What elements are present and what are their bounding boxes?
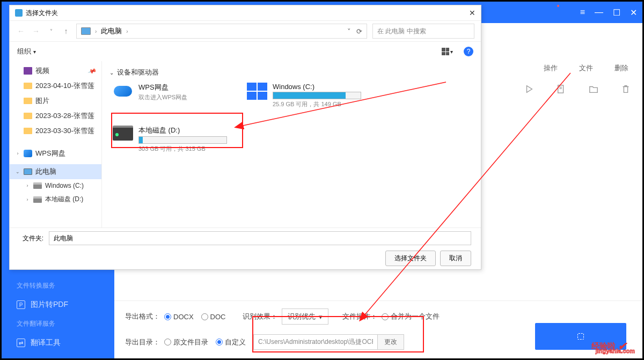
view-button[interactable]: ▾ <box>442 48 453 55</box>
tree-label: 本地磁盘 (D:) <box>45 195 83 204</box>
radio-doc-label: DOC <box>210 313 226 321</box>
menu-icon[interactable]: ≡ <box>580 8 585 17</box>
toolbar: 组织 ▾ ▾ ? <box>10 42 481 61</box>
tree-label: 2023-03-30-张雪莲 <box>35 126 94 136</box>
tree-label: 此电脑 <box>35 167 56 177</box>
drive-sub: 303 GB 可用，共 315 GB <box>138 145 227 153</box>
chevron-down-icon: ▾ <box>319 313 323 321</box>
dialog-close-icon[interactable]: ✕ <box>469 9 475 17</box>
nav-forward-icon[interactable]: → <box>31 27 41 35</box>
export-format-label: 导出格式： <box>125 312 160 321</box>
radio-merge-label: 合并为一个文件 <box>391 312 440 321</box>
folder-field-label: 文件夹: <box>19 234 43 243</box>
app-icon <box>15 9 23 17</box>
export-dir-label: 导出目录： <box>125 337 160 347</box>
chevron-down-icon: ⌄ <box>109 70 114 76</box>
recognition-dropdown[interactable]: 识别优先 ▾ <box>282 308 328 325</box>
expand-icon[interactable]: › <box>15 151 20 156</box>
watermark: 经验啦 ✔ jingyanla.com <box>591 338 635 354</box>
wps-icon <box>24 150 32 157</box>
tree-item-cdrive[interactable]: ›Windows (C:) <box>10 179 101 192</box>
drive-c-usage-bar <box>273 92 361 99</box>
nav-up-icon[interactable]: ↑ <box>61 27 71 35</box>
refresh-icon[interactable]: ⟳ <box>356 27 362 35</box>
recognition-label: 识别效果： <box>243 312 277 321</box>
drive-name: Windows (C:) <box>273 83 361 91</box>
sidebar-section-translate: 文件翻译服务 <box>2 315 114 333</box>
tree-item-wps[interactable]: ›WPS网盘 <box>10 146 101 161</box>
tree-item-pictures[interactable]: 图片 <box>10 93 101 108</box>
radio-docx[interactable]: DOCX <box>164 313 194 321</box>
select-folder-button[interactable]: 选择文件夹 <box>385 251 436 266</box>
tree-item-folder3[interactable]: 2023-03-30-张雪莲 <box>10 123 101 138</box>
change-button[interactable]: 更改 <box>377 335 404 349</box>
dropdown-value: 识别优先 <box>288 312 316 321</box>
expand-icon[interactable]: › <box>25 197 30 202</box>
video-icon <box>24 67 32 75</box>
drive-d-usage-bar <box>138 136 227 144</box>
dialog-footer: 文件夹: 选择文件夹 取消 <box>10 227 481 269</box>
disk-icon <box>33 182 42 189</box>
col-op: 操作 <box>544 63 558 73</box>
organize-button[interactable]: 组织 ▾ <box>17 47 36 56</box>
section-devices[interactable]: ⌄ 设备和驱动器 <box>109 65 473 79</box>
nav-tree: 视频📌 2023-04-10-张雪莲 图片 2023-03-28-张雪莲 202… <box>10 61 102 227</box>
column-headers: 操作 文件 删除 <box>544 63 628 73</box>
sidebar-item-label: 图片转PDF <box>31 300 68 310</box>
cancel-button[interactable]: 取消 <box>440 251 471 266</box>
tree-item-folder2[interactable]: 2023-03-28-张雪莲 <box>10 108 101 123</box>
scan-icon <box>577 333 584 340</box>
play-icon[interactable] <box>524 84 534 94</box>
minimize-icon[interactable]: — <box>595 8 603 17</box>
notification-dot <box>557 5 559 7</box>
drive-wps[interactable]: WPS网盘 双击进入WPS网盘 <box>109 79 233 112</box>
crumb-thispc[interactable]: 此电脑 <box>101 26 122 36</box>
drive-c[interactable]: Windows (C:) 25.9 GB 可用，共 149 GB <box>244 79 367 112</box>
file-icon[interactable] <box>557 84 566 94</box>
nav-back-icon[interactable]: ← <box>16 27 26 35</box>
tree-item-folder1[interactable]: 2023-04-10-张雪莲 <box>10 78 101 93</box>
disk-icon <box>33 196 42 203</box>
wps-cloud-icon <box>113 83 133 100</box>
nav-recent-icon[interactable]: ˅ <box>46 28 56 34</box>
folder-icon <box>24 128 32 134</box>
radio-merge[interactable]: 合并为一个文件 <box>382 312 440 321</box>
breadcrumb[interactable]: › 此电脑 › ˅ ⟳ <box>76 24 367 39</box>
radio-custom-label: 自定义 <box>225 337 246 347</box>
chevron-down-icon[interactable]: ˅ <box>347 27 351 35</box>
radio-origdir[interactable]: 原文件目录 <box>164 337 208 347</box>
close-icon[interactable]: ✕ <box>630 8 637 18</box>
radio-doc[interactable]: DOC <box>201 313 226 321</box>
drive-d[interactable]: 本地磁盘 (D:) 303 GB 可用，共 315 GB <box>109 122 233 156</box>
trash-icon[interactable] <box>621 84 631 94</box>
radio-custom[interactable]: 自定义 <box>216 337 246 347</box>
translate-icon: ⇄ <box>17 339 25 347</box>
folder-icon[interactable] <box>589 84 598 94</box>
watermark-text2: jingyanla.com <box>596 348 635 354</box>
collapse-icon[interactable]: ⌄ <box>15 169 20 174</box>
tree-label: 图片 <box>35 96 49 106</box>
windows-icon <box>247 83 267 100</box>
maximize-icon[interactable]: ☐ <box>613 8 620 18</box>
help-icon[interactable]: ? <box>464 47 473 56</box>
col-file: 文件 <box>579 63 593 73</box>
tree-label: 视频 <box>35 66 49 76</box>
drive-name: 本地磁盘 (D:) <box>138 126 227 135</box>
tree-item-thispc[interactable]: ⌄此电脑 <box>10 164 101 179</box>
tree-item-ddrive[interactable]: ›本地磁盘 (D:) <box>10 192 101 207</box>
tree-item-video[interactable]: 视频📌 <box>10 63 101 78</box>
sidebar-section-convert: 文件转换服务 <box>2 277 114 295</box>
path-input[interactable] <box>254 335 377 349</box>
expand-icon[interactable]: › <box>25 183 30 188</box>
sidebar-item-img2pdf[interactable]: P 图片转PDF <box>2 295 114 315</box>
nav-bar: ← → ˅ ↑ › 此电脑 › ˅ ⟳ 在 此电脑 中搜索 <box>10 20 481 42</box>
pc-icon <box>81 27 91 35</box>
folder-name-input[interactable] <box>49 231 471 245</box>
dialog-title: 选择文件夹 <box>26 9 58 18</box>
folder-icon <box>24 113 32 119</box>
path-box: 更改 <box>253 334 404 350</box>
tree-label: 2023-03-28-张雪莲 <box>35 111 94 121</box>
search-input[interactable]: 在 此电脑 中搜索 <box>372 24 474 39</box>
drive-sub: 25.9 GB 可用，共 149 GB <box>273 100 361 108</box>
sidebar-item-translate[interactable]: ⇄ 翻译工具 <box>2 333 114 353</box>
